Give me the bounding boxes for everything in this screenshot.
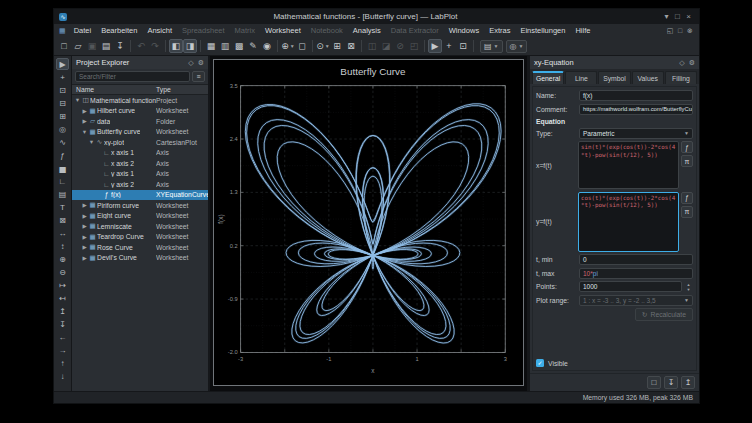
- y-equation-input[interactable]: cos(t)*(exp(cos(t))-2*cos(4*t)-pow(sin(t…: [578, 192, 679, 252]
- equation-type-select[interactable]: Parametric ▼: [579, 128, 693, 139]
- expander-icon[interactable]: ▶: [81, 255, 88, 261]
- print-icon[interactable]: ▤: [99, 39, 113, 53]
- worksheet-view[interactable]: 3.52.41.30.2-0.9-2.0-3-113Butterfly Curv…: [210, 56, 527, 391]
- expander-icon[interactable]: ▶: [81, 213, 88, 219]
- presenter-mode-icon[interactable]: ◻: [295, 39, 309, 53]
- expander-icon[interactable]: ▶: [81, 108, 88, 114]
- name-field[interactable]: f(x): [579, 90, 693, 101]
- open-project-icon[interactable]: ▱: [71, 39, 85, 53]
- expander-icon[interactable]: ▼: [74, 97, 81, 103]
- column-type[interactable]: Type: [156, 86, 208, 93]
- menu-bearbeiten[interactable]: Bearbeiten: [96, 26, 142, 35]
- new-project-icon[interactable]: □: [57, 39, 71, 53]
- add-matrix-icon[interactable]: ▩: [232, 39, 246, 53]
- tree-header[interactable]: Name Type: [72, 84, 208, 95]
- magnification-combo-icon[interactable]: ◎▼: [506, 40, 528, 53]
- zoom-x-select-mode-icon[interactable]: ⊟: [56, 97, 69, 109]
- add-equation-curve-icon[interactable]: ƒ: [56, 149, 69, 161]
- tree-row-eight-curve[interactable]: ▶▦Eight curveWorksheet: [72, 211, 208, 222]
- zoom-select-icon[interactable]: ⊠: [344, 39, 358, 53]
- zoom-fit-icon[interactable]: ⊞: [330, 39, 344, 53]
- minimize-button[interactable]: ▾: [661, 12, 672, 21]
- tree-row-lemniscate[interactable]: ▶▦LemniscateWorksheet: [72, 221, 208, 232]
- menu-ansicht[interactable]: Ansicht: [142, 26, 177, 35]
- menu-einstellungen[interactable]: Einstellungen: [515, 26, 570, 35]
- tree-row-rose-curve[interactable]: ▶▦Rose CurveWorksheet: [72, 242, 208, 253]
- project-explorer-header[interactable]: Project Explorer ◇ ⚙: [72, 56, 208, 69]
- tree-row-y-axis-1[interactable]: ∟y axis 1Axis: [72, 169, 208, 180]
- navigate-mode-icon[interactable]: +: [56, 71, 69, 83]
- points-spin-buttons[interactable]: ▲▼: [684, 282, 693, 292]
- tree-row-x-axis-2[interactable]: ∟x axis 2Axis: [72, 158, 208, 169]
- magnification-icon[interactable]: ⊙▼: [316, 39, 330, 53]
- tab-values[interactable]: Values: [632, 71, 664, 84]
- cartesian-plot[interactable]: 3.52.41.30.2-0.9-2.0-3-113Butterfly Curv…: [214, 60, 523, 385]
- zoom-in-x-icon[interactable]: ↦: [56, 279, 69, 291]
- column-name[interactable]: Name: [72, 86, 156, 93]
- zoom-out-icon[interactable]: ⊖: [56, 266, 69, 278]
- expander-icon[interactable]: ▶: [81, 244, 88, 250]
- points-spinbox[interactable]: 1000: [579, 281, 682, 292]
- insert-function-button[interactable]: ƒ: [681, 192, 693, 204]
- dock-float-icon[interactable]: ◇: [188, 59, 193, 67]
- select-edit-mode-icon[interactable]: ▶: [56, 58, 69, 70]
- add-worksheet-icon[interactable]: ▦: [204, 39, 218, 53]
- add-notebook-icon[interactable]: ✎: [246, 39, 260, 53]
- tree-row-piriform-curve[interactable]: ▶▦Piriform curveWorksheet: [72, 200, 208, 211]
- close-button[interactable]: ×: [683, 12, 694, 21]
- copy-properties-button[interactable]: □: [647, 376, 661, 389]
- cursor-mode-icon[interactable]: ◎: [56, 123, 69, 135]
- tree-row-f-x-[interactable]: ƒf(x)XYEquationCurve: [72, 190, 208, 201]
- insert-constant-button[interactable]: π: [681, 206, 693, 218]
- tab-line[interactable]: Line: [565, 71, 597, 84]
- t-min-field[interactable]: 0: [579, 254, 693, 265]
- x-equation-input[interactable]: sin(t)*(exp(cos(t))-2*cos(4*t)-pow(sin(t…: [578, 141, 679, 189]
- insert-function-button[interactable]: ƒ: [681, 141, 693, 153]
- tree-row-y-axis-2[interactable]: ∟y axis 2Axis: [72, 179, 208, 190]
- zoom-region-mode-icon[interactable]: ⊡: [456, 39, 470, 53]
- zoom-level-combo-icon[interactable]: ▤▼: [480, 40, 503, 53]
- mdi-close-button[interactable]: ⊗: [685, 27, 695, 35]
- tab-filling[interactable]: Filling: [665, 71, 697, 84]
- expander-icon[interactable]: ▶: [81, 202, 88, 208]
- shift-left-x-icon[interactable]: ←: [56, 331, 69, 343]
- menu-hilfe[interactable]: Hilfe: [570, 26, 595, 35]
- add-spreadsheet-icon[interactable]: ▥: [218, 39, 232, 53]
- toggle-properties-explorer-icon[interactable]: ◨: [183, 39, 197, 53]
- properties-header[interactable]: xy-Equation ◇ ⚙: [530, 56, 699, 69]
- auto-scale-icon[interactable]: ⊠: [56, 214, 69, 226]
- menu-analysis[interactable]: Analysis: [348, 26, 386, 35]
- add-legend-icon[interactable]: ▤: [56, 188, 69, 200]
- expander-icon[interactable]: ▼: [81, 129, 88, 135]
- menu-worksheet[interactable]: Worksheet: [260, 26, 306, 35]
- mdi-restore-button[interactable]: ◱: [665, 27, 675, 35]
- tree-row-x-axis-1[interactable]: ∟x axis 1Axis: [72, 148, 208, 159]
- search-input[interactable]: [75, 71, 190, 82]
- zoom-out-x-icon[interactable]: ↤: [56, 292, 69, 304]
- shift-right-x-icon[interactable]: →: [56, 344, 69, 356]
- crosshair-mode-icon[interactable]: +: [442, 39, 456, 53]
- tree-row-mathematical-functions[interactable]: ▼◫Mathematical functionsProject: [72, 95, 208, 106]
- tab-general[interactable]: General: [532, 71, 564, 84]
- titlebar[interactable]: ∿ Mathematical functions - [Butterfly cu…: [54, 9, 699, 24]
- load-template-button[interactable]: ↥: [681, 376, 695, 389]
- dock-float-icon[interactable]: ◇: [679, 59, 684, 67]
- save-template-button[interactable]: ↧: [664, 376, 678, 389]
- insert-constant-button[interactable]: π: [681, 155, 693, 167]
- shift-up-y-icon[interactable]: ↑: [56, 357, 69, 369]
- t-max-field[interactable]: 10* pi: [579, 268, 693, 279]
- zoom-select-mode-icon[interactable]: ⊡: [56, 84, 69, 96]
- zoom-in-icon[interactable]: ⊕: [56, 253, 69, 265]
- zoom-out-y-icon[interactable]: ↧: [56, 318, 69, 330]
- dock-settings-icon[interactable]: ⚙: [689, 59, 695, 67]
- add-histogram-icon[interactable]: ▅: [56, 162, 69, 174]
- zoom-y-select-mode-icon[interactable]: ⊞: [56, 110, 69, 122]
- add-datapicker-icon[interactable]: ◉: [260, 39, 274, 53]
- toggle-project-explorer-icon[interactable]: ◧: [169, 39, 183, 53]
- add-axis-icon[interactable]: ∟: [56, 175, 69, 187]
- export-icon[interactable]: ↧: [113, 39, 127, 53]
- tree-row-xy-plot[interactable]: ▼∿xy-plotCartesianPlot: [72, 137, 208, 148]
- tab-symbol[interactable]: Symbol: [598, 71, 630, 84]
- visible-checkbox[interactable]: ✓: [536, 359, 544, 367]
- zoom-in-y-icon[interactable]: ↥: [56, 305, 69, 317]
